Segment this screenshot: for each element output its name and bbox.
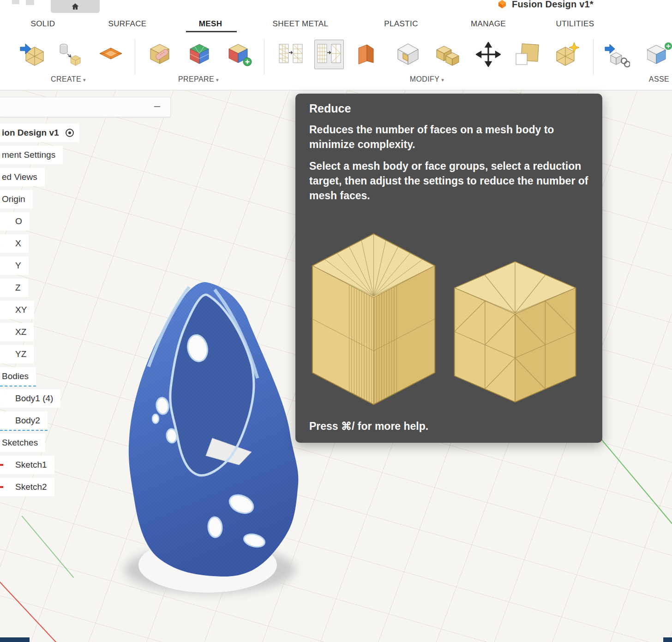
smooth-button[interactable] [552, 40, 582, 69]
browser-item-xz-plane[interactable]: XZ [0, 323, 171, 345]
move-copy-button[interactable] [474, 40, 503, 69]
browser-collapse-button[interactable]: – [154, 99, 160, 112]
tab-solid[interactable]: SOLID [30, 19, 55, 29]
browser-item-label: ion Design v1 [2, 128, 59, 137]
mesh-section-button[interactable] [54, 40, 84, 69]
browser-item-sketches[interactable]: Sketches [0, 434, 171, 456]
dense-mesh-cube-icon [306, 229, 442, 411]
browser-item-label: Origin [0, 190, 33, 208]
browser-item-label: O [0, 212, 30, 231]
merge-bodies-icon [435, 42, 461, 67]
toolbar-divider [264, 39, 264, 75]
browser-item-origin[interactable]: Origin [0, 190, 171, 212]
browser-item-label: Sketches [0, 434, 45, 452]
group-label-create[interactable]: CREATE▾ [51, 75, 86, 83]
tab-utilities[interactable]: UTILITIES [556, 19, 594, 29]
home-icon [71, 2, 80, 11]
browser-item-body2[interactable]: Body2 [0, 411, 171, 434]
plane-cut-button[interactable] [512, 40, 542, 69]
reduce-icon [316, 42, 342, 67]
reverse-normal-button[interactable] [354, 40, 378, 69]
active-tab-underline [186, 31, 237, 32]
browser-tree: ion Design v1 ment Settings ed Views Ori… [0, 124, 171, 500]
browser-item-sketch2[interactable]: Sketch2 [0, 478, 171, 500]
tooltip-title: Reduce [309, 102, 588, 115]
tab-plastic[interactable]: PLASTIC [384, 19, 418, 29]
fusion-logo-icon [497, 0, 508, 10]
browser-item-document-settings[interactable]: ment Settings [0, 146, 171, 168]
timeline-fragment [0, 637, 30, 642]
face-groups-plus-button[interactable] [224, 40, 254, 69]
browser-item-label: ed Views [0, 168, 45, 186]
toolbar-divider [135, 39, 135, 75]
mesh-section-icon [56, 42, 82, 67]
document-title: Fusion Design v1* [497, 0, 594, 10]
convert-mesh-button[interactable] [96, 40, 126, 69]
insert-derive-button[interactable] [602, 40, 632, 69]
browser-item-bodies[interactable]: Bodies [0, 367, 171, 389]
insert-mesh-icon [19, 42, 45, 67]
tab-sheet-metal[interactable]: SHEET METAL [273, 19, 329, 29]
browser-item-origin-point[interactable]: O [0, 212, 171, 234]
insert-mesh-button[interactable] [18, 40, 47, 69]
browser-item-label: Body1 (4) [0, 389, 60, 408]
browser-item-z-axis[interactable]: Z [0, 279, 171, 301]
group-label-text: ASSE [649, 75, 669, 83]
generate-face-groups-button[interactable] [185, 40, 214, 69]
new-component-button[interactable] [645, 40, 672, 69]
browser-item-sketch1[interactable]: Sketch1 [0, 456, 171, 478]
remesh-button[interactable] [276, 40, 306, 69]
group-label-prepare[interactable]: PREPARE▾ [178, 75, 219, 83]
browser-item-named-views[interactable]: ed Views [0, 168, 171, 190]
browser-item-design-root[interactable]: ion Design v1 [0, 124, 171, 146]
tab-mesh[interactable]: MESH [199, 19, 222, 29]
group-label-text: MODIFY [410, 75, 440, 83]
browser-item-label: X [0, 234, 29, 253]
browser-item-label: ment Settings [0, 146, 63, 164]
repair-icon [147, 42, 173, 67]
reduce-button[interactable] [314, 40, 344, 69]
browser-item-label: Z [0, 279, 28, 297]
browser-item-xy-plane[interactable]: XY [0, 301, 171, 323]
browser-item-y-axis[interactable]: Y [0, 256, 171, 279]
generate-face-groups-icon [186, 42, 212, 67]
group-label-modify[interactable]: MODIFY▾ [410, 75, 444, 83]
reduce-illustration [295, 226, 602, 420]
erase-and-fill-icon [395, 42, 421, 67]
chevron-down-icon: ▾ [83, 77, 86, 83]
titlebar-icon-fragment [12, 0, 19, 4]
active-document-radio-icon[interactable] [66, 129, 74, 137]
group-label-text: CREATE [51, 75, 81, 83]
document-title-text: Fusion Design v1* [512, 0, 594, 10]
browser-item-body1[interactable]: Body1 (4) [0, 389, 171, 411]
chevron-down-icon: ▾ [216, 77, 219, 83]
titlebar-icon-fragment [26, 0, 34, 5]
toolbar-divider [593, 39, 594, 75]
group-label-assemble[interactable]: ASSE [649, 75, 669, 83]
tooltip-description-2: Select a mesh body or face groups, selec… [309, 159, 588, 203]
face-groups-plus-icon [226, 42, 252, 67]
toolbar-header: Fusion Design v1* SOLID SURFACE MESH SHE… [0, 0, 672, 90]
erase-and-fill-button[interactable] [393, 40, 423, 69]
chevron-down-icon: ▾ [441, 77, 444, 83]
browser-header-bar: – [0, 97, 171, 117]
timeline-fragment [663, 637, 672, 642]
remesh-icon [278, 42, 304, 67]
merge-bodies-button[interactable] [433, 40, 462, 69]
move-copy-icon [476, 42, 501, 67]
browser-item-label: XY [0, 301, 34, 319]
group-label-text: PREPARE [178, 75, 214, 83]
browser-item-x-axis[interactable]: X [0, 234, 171, 256]
browser-item-yz-plane[interactable]: YZ [0, 345, 171, 367]
convert-mesh-icon [98, 42, 124, 67]
browser-item-label: Body2 [0, 411, 48, 431]
browser-item-label: XZ [0, 323, 34, 341]
tab-manage[interactable]: MANAGE [471, 19, 506, 29]
tab-surface[interactable]: SURFACE [108, 19, 146, 29]
plane-cut-icon [514, 42, 540, 67]
repair-button[interactable] [145, 40, 174, 69]
reduce-tooltip: Reduce Reduces the number of faces on a … [295, 94, 602, 443]
home-view-button[interactable] [51, 0, 100, 13]
browser-item-label: Sketch2 [0, 478, 54, 496]
browser-item-label: Bodies [0, 367, 36, 386]
